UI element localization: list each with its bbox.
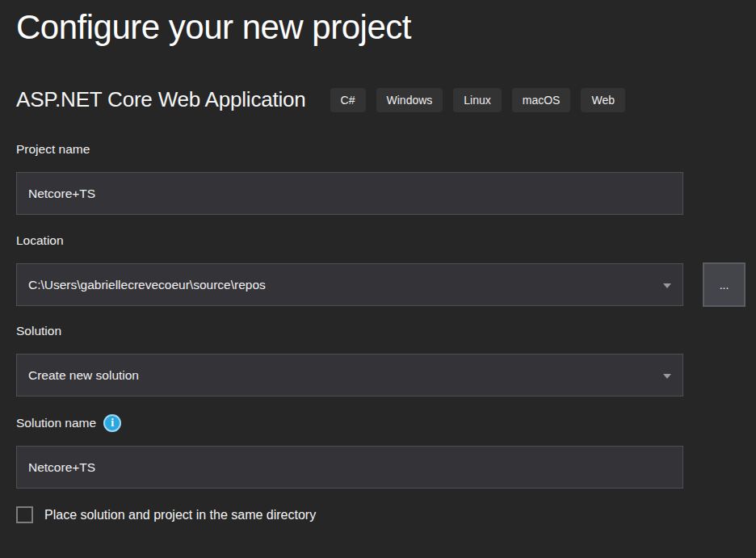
solution-name-label-row: Solution name i bbox=[16, 414, 121, 432]
same-directory-checkbox-row[interactable]: Place solution and project in the same d… bbox=[16, 506, 316, 523]
same-directory-checkbox[interactable] bbox=[16, 506, 33, 523]
chevron-down-icon[interactable] bbox=[663, 374, 671, 379]
tag-macos: macOS bbox=[512, 88, 571, 112]
chevron-down-icon[interactable] bbox=[663, 283, 671, 288]
template-tag-list: C# Windows Linux macOS Web bbox=[330, 88, 625, 112]
solution-label: Solution bbox=[16, 324, 61, 338]
location-value: C:\Users\gabriellecrevecoeur\source\repo… bbox=[28, 278, 658, 292]
solution-name-label: Solution name bbox=[16, 416, 96, 430]
solution-name-input[interactable] bbox=[16, 446, 683, 489]
template-name: ASP.NET Core Web Application bbox=[16, 87, 306, 112]
configure-project-dialog: Configure your new project ASP.NET Core … bbox=[0, 0, 756, 558]
solution-combobox[interactable]: Create new solution bbox=[16, 354, 683, 396]
tag-web: Web bbox=[581, 88, 625, 112]
solution-value: Create new solution bbox=[28, 368, 658, 383]
same-directory-label[interactable]: Place solution and project in the same d… bbox=[44, 508, 316, 522]
tag-linux: Linux bbox=[453, 88, 501, 112]
page-title: Configure your new project bbox=[16, 8, 411, 47]
location-label: Location bbox=[16, 233, 64, 248]
tag-windows: Windows bbox=[376, 88, 443, 112]
project-name-label: Project name bbox=[16, 142, 90, 157]
tag-csharp: C# bbox=[330, 88, 366, 112]
template-header: ASP.NET Core Web Application C# Windows … bbox=[16, 87, 625, 112]
location-combobox[interactable]: C:\Users\gabriellecrevecoeur\source\repo… bbox=[16, 263, 683, 306]
browse-location-button[interactable]: ... bbox=[703, 262, 746, 307]
info-icon[interactable]: i bbox=[103, 414, 121, 432]
project-name-input[interactable] bbox=[16, 172, 683, 215]
